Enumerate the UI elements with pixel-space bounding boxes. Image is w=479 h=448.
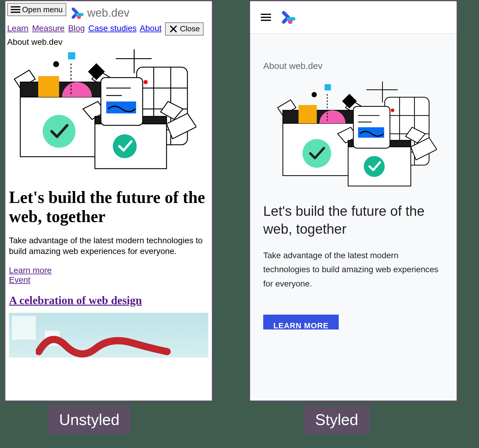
eyebrow: About web.dev	[263, 61, 443, 71]
open-menu-button[interactable]: Open menu	[7, 3, 66, 16]
caption-unstyled: Unstyled	[48, 405, 131, 434]
hamburger-icon[interactable]	[261, 12, 271, 23]
nav-learn[interactable]: Learn	[7, 24, 29, 33]
close-icon	[169, 24, 178, 34]
page-title: Let's build the future of the web, toget…	[9, 188, 208, 226]
nav-measure[interactable]: Measure	[32, 24, 64, 33]
close-button[interactable]: Close	[165, 22, 203, 36]
event-link[interactable]: Event	[9, 275, 208, 285]
article-heading-link[interactable]: A celebration of web design	[9, 294, 142, 307]
page-title: Let's build the future of the web, toget…	[263, 202, 443, 238]
unstyled-viewport: Open menu web.dev Learn Measure Blog Cas…	[4, 0, 213, 402]
webdev-mark-icon	[70, 6, 84, 20]
close-label: Close	[180, 24, 200, 33]
caption-styled: Styled	[304, 405, 370, 434]
webdev-mark-icon[interactable]	[281, 10, 296, 25]
hero-illustration	[5, 49, 196, 175]
header	[250, 1, 457, 34]
page-lead: Take advantage of the latest modern tech…	[9, 235, 208, 257]
article-image	[9, 313, 208, 358]
brand-text: web.dev	[87, 7, 130, 19]
hero-illustration	[270, 81, 437, 192]
styled-viewport: About web.dev Let's build the future of …	[249, 0, 458, 402]
nav-links: Learn Measure Blog Case studies About Cl…	[5, 22, 212, 36]
nav-case-studies[interactable]: Case studies	[88, 24, 137, 33]
open-menu-label: Open menu	[22, 5, 63, 14]
page-lead: Take advantage of the latest modern tech…	[263, 248, 443, 291]
learn-more-link[interactable]: Learn more	[9, 266, 208, 275]
nav-about[interactable]: About	[140, 24, 161, 33]
learn-more-button[interactable]: LEARN MORE	[263, 315, 339, 330]
eyebrow: About web.dev	[5, 36, 212, 48]
nav-blog[interactable]: Blog	[68, 24, 85, 33]
hamburger-icon	[11, 5, 20, 14]
webdev-logo[interactable]: web.dev	[70, 6, 130, 20]
